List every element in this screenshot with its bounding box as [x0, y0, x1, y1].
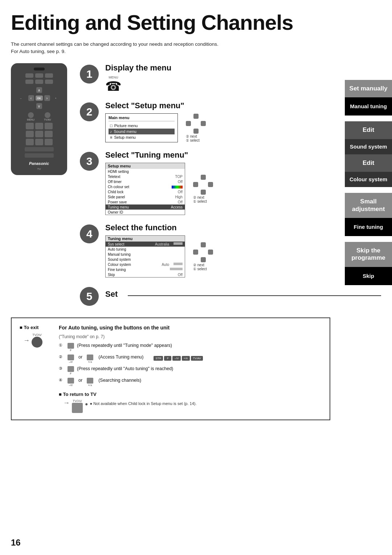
nav-hint-select-3: ① select — [193, 199, 207, 203]
remote-num-6[interactable] — [45, 131, 53, 137]
tuning-row-skip: Skip Off — [106, 272, 185, 277]
step-1-row: 1 Display the menu MENU ☎ — [80, 63, 381, 93]
remote-wide-btn-2[interactable] — [25, 153, 54, 158]
subtitle-line1: The current channel settings can be chan… — [11, 41, 219, 47]
setup-row-offtimer: Off timer Off — [106, 179, 185, 184]
remote-ok[interactable]: OK — [36, 96, 43, 101]
nav-hint-select-2: ① select — [186, 138, 200, 142]
note-text: ● Not available when Child lock in Setup… — [90, 401, 196, 406]
remote-menu-label: MENU — [27, 118, 34, 121]
to-exit-text: ■ To exit — [20, 325, 38, 330]
to-exit-area: → TV/AV — [23, 333, 49, 348]
tuning-key-manual: Manual tuning — [108, 252, 183, 256]
sound-menu-item[interactable]: ♪ Sound menu — [109, 129, 175, 134]
remote-btn-5 — [35, 80, 43, 84]
step-4-row: 4 Select the function Tuning menu Sys se… — [80, 223, 381, 278]
remote-right[interactable]: › — [44, 95, 50, 101]
nav4-left — [193, 250, 198, 255]
picture-label: Picture menu — [114, 123, 138, 128]
remote-num-9[interactable] — [45, 139, 53, 145]
sidebar-header-set-manually: Set manually — [345, 80, 392, 97]
setup-key-sidepanel: Side panel — [108, 195, 172, 199]
setup-key-offtimer: Off timer — [108, 180, 175, 184]
instr-item-1: ① F (Press repeatedly until "Tuning mode… — [59, 343, 322, 352]
sidebar-btn-manual-tuning[interactable]: Manual tuning — [345, 97, 392, 116]
minus-v-icon — [68, 355, 74, 360]
plus-v-label: +/∧ — [88, 361, 92, 363]
to-exit-col: ■ To exit → TV/AV — [20, 325, 49, 413]
instr-or-4: or — [78, 378, 82, 383]
remote-wide-btn-1[interactable] — [25, 147, 54, 151]
step-3-circle: 3 — [80, 152, 99, 171]
step-2-title: Select "Setup menu" — [105, 101, 381, 110]
sidebar-btn-colour-system[interactable]: Colour system — [345, 172, 392, 187]
step-2-content: Select "Setup menu" Main menu □ Picture … — [105, 101, 381, 142]
remote-btn-row-1 — [25, 73, 53, 78]
bottom-section: ■ To exit → TV/AV For Auto tuning, using… — [11, 317, 330, 420]
remote-num-4[interactable] — [26, 131, 34, 137]
main-menu-box: Main menu □ Picture menu ♪ Sound menu ≡ — [105, 113, 178, 142]
setup-key-hdmi: HDMI setting — [108, 170, 180, 174]
instructions-subtitle: ("Tuning mode" on p. 7) — [59, 334, 322, 339]
remote-menu-btn[interactable] — [28, 112, 34, 118]
to-return-label: ■ To return to TV — [59, 392, 322, 397]
remote-num-2[interactable] — [35, 123, 43, 129]
instr-item-4: ④ –/V or +/∧ (Searching channels) — [59, 378, 322, 386]
minus-v-icon-4 — [68, 378, 74, 384]
sidebar-btn-sound-system[interactable]: Sound system — [345, 139, 392, 154]
setup-menu-table: Setup menu HDMI setting Teletext TOP Off… — [105, 163, 185, 215]
sidebar-btn-fine-tuning[interactable]: Fine tuning — [345, 218, 392, 236]
minusv-btn: –/V — [172, 356, 180, 361]
setup-label: Setup menu — [114, 135, 135, 139]
remote-num-1[interactable] — [26, 123, 34, 129]
to-exit-label: ■ To exit — [20, 325, 49, 330]
sound-icon: ♪ — [110, 129, 112, 134]
f-label: F — [70, 349, 72, 352]
remote-num-3[interactable] — [45, 123, 53, 129]
sidebar-btn-skip[interactable]: Skip — [345, 267, 392, 285]
right-sidebar: Set manually Manual tuning Edit Sound sy… — [345, 80, 392, 285]
tvav-icon[interactable] — [32, 337, 42, 348]
remote-tvav-btn[interactable] — [45, 112, 50, 118]
remote-minus-label: – — [20, 97, 22, 100]
to-return-section: ■ To return to TV → TV/AV ● ● Not availa… — [59, 392, 322, 413]
f-label-3: F — [70, 372, 72, 375]
nav3-up — [201, 175, 206, 180]
exit-btn: TV/AV — [32, 333, 42, 348]
step-1-menu-area: MENU ☎ — [105, 76, 381, 93]
remote-num-8[interactable] — [35, 139, 43, 145]
f-button-icon — [68, 343, 74, 349]
sidebar-small-adjustment: Small adjustment Fine tuning — [345, 193, 392, 236]
remote-num-5[interactable] — [35, 131, 43, 137]
instr-icon-3: F — [68, 366, 74, 375]
setup-row-tuning[interactable]: Tuning menu Access — [106, 204, 185, 210]
step-2-circle: 2 — [80, 102, 99, 121]
tvav-small-label: TV/AV — [32, 333, 41, 337]
remote-tv-label: TV — [37, 167, 41, 171]
instr-icon-2a: –/V — [68, 355, 74, 363]
instr-item-2: ② –/V or +/∧ (Access Tuning menu) STR F … — [59, 355, 322, 363]
return-tvav-icon[interactable] — [72, 403, 83, 413]
steps-col: 1 Display the menu MENU ☎ 2 Sele — [80, 63, 381, 314]
tuning-row-sys[interactable]: Sys select Australia — [106, 242, 185, 247]
step-3-row: 3 Select "Tuning menu" Setup menu HDMI s… — [80, 150, 381, 215]
setup-key-powersave: Power save — [108, 200, 175, 204]
setup-key-ownerid: Owner ID — [108, 210, 180, 214]
step-2-row: 2 Select "Setup menu" Main menu □ Pictur… — [80, 101, 381, 142]
remote-up[interactable]: ∧ — [36, 87, 42, 93]
f-btn: F — [164, 356, 171, 361]
tuning-key-skip: Skip — [108, 273, 175, 277]
instr-num-3: ③ — [59, 366, 65, 371]
sidebar-header-small-adj: Small adjustment — [345, 193, 392, 218]
remote-down[interactable]: v — [36, 103, 42, 109]
to-return-area: → TV/AV ● ● Not available when Child loc… — [63, 399, 322, 413]
step-1-content: Display the menu MENU ☎ — [105, 63, 381, 93]
nav-hint-next-3: ② next — [193, 195, 204, 199]
tuning-row-manual: Manual tuning — [106, 252, 185, 257]
nav-up-btn — [193, 114, 199, 119]
remote-left[interactable]: ‹ — [28, 95, 34, 101]
setup-row-sidepanel: Side panel High — [106, 194, 185, 199]
instr-icon-2b: +/∧ — [87, 355, 93, 363]
remote-num-7[interactable] — [26, 139, 34, 145]
remote-wide-row — [25, 147, 54, 151]
